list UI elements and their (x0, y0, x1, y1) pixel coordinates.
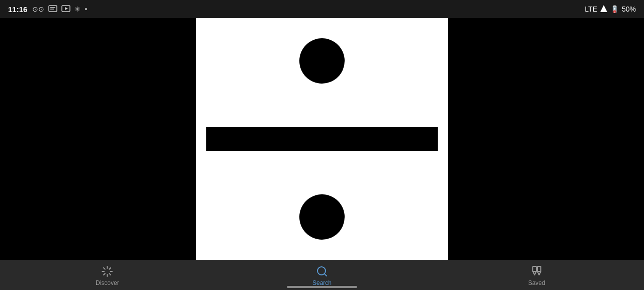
svg-line-10 (104, 268, 105, 269)
bottom-navigation: Discover Search Saved (0, 260, 644, 290)
status-bar: 11:16 ⊙⊙ ✳ • (0, 0, 644, 18)
saved-icon (531, 265, 543, 277)
notification-dot: • (85, 5, 87, 13)
status-icons: ⊙⊙ ✳ • (32, 5, 87, 14)
voicemail-icon: ⊙⊙ (32, 5, 44, 13)
nav-item-discover[interactable]: Discover (0, 261, 215, 288)
svg-rect-0 (49, 6, 57, 12)
search-icon (316, 265, 328, 277)
discover-label: Discover (96, 279, 119, 286)
lte-label: LTE (585, 5, 597, 13)
svg-line-11 (110, 273, 111, 275)
left-panel (0, 18, 196, 260)
svg-rect-17 (537, 266, 541, 271)
nav-item-search[interactable]: Search (215, 261, 430, 288)
bottom-dot (299, 194, 345, 240)
svg-line-13 (110, 268, 111, 269)
battery-percent: 50% (622, 5, 636, 13)
svg-marker-5 (600, 5, 607, 12)
battery-icon: 🪫 (610, 5, 619, 13)
status-bar-left: 11:16 ⊙⊙ ✳ • (8, 5, 87, 14)
svg-line-15 (325, 274, 327, 276)
center-image (196, 18, 448, 260)
svg-line-12 (104, 273, 105, 275)
top-dot (299, 38, 345, 84)
fan-icon: ✳ (74, 5, 80, 13)
discover-icon (101, 265, 113, 277)
signal-icon (600, 5, 607, 13)
home-indicator (287, 286, 357, 288)
right-panel (448, 18, 644, 260)
message-icon (48, 5, 57, 14)
main-content (0, 18, 644, 260)
youtube-icon (61, 5, 70, 14)
search-label: Search (312, 279, 332, 286)
status-bar-right: LTE 🪫 50% (585, 5, 636, 13)
svg-rect-16 (533, 266, 536, 271)
svg-marker-4 (65, 7, 68, 10)
nav-item-saved[interactable]: Saved (429, 261, 644, 288)
divider-bar (206, 127, 438, 151)
saved-label: Saved (528, 279, 545, 286)
status-time: 11:16 (8, 5, 27, 14)
